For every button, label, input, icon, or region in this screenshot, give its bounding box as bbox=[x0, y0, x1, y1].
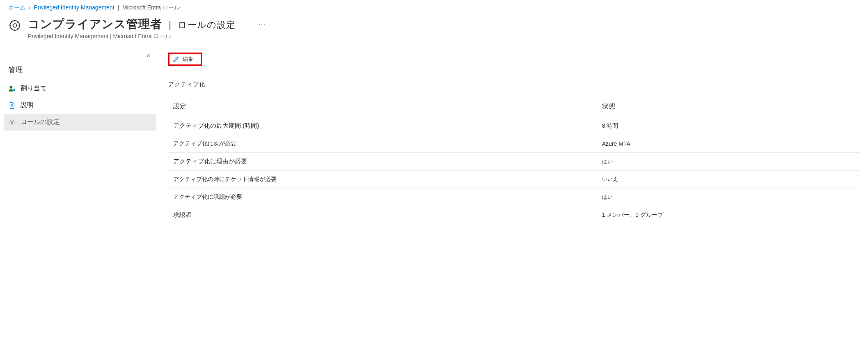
setting-label: アクティブ化の時にチケット情報が必要 bbox=[168, 171, 597, 188]
edit-button-label: 編集 bbox=[183, 55, 193, 63]
person-icon bbox=[8, 85, 16, 92]
gear-small-icon bbox=[8, 119, 16, 126]
edit-button[interactable]: 編集 bbox=[168, 53, 202, 66]
setting-value: はい bbox=[597, 153, 860, 171]
collapse-sidebar-button[interactable]: « bbox=[147, 52, 150, 59]
setting-label: アクティブ化に次が必要 bbox=[168, 135, 597, 153]
settings-table: 設定 状態 アクティブ化の最大期間 (時間)8 時間 アクティブ化に次が必要Az… bbox=[168, 98, 860, 224]
setting-value: Azure MFA bbox=[597, 135, 860, 153]
sidebar-item-description[interactable]: 説明 bbox=[4, 97, 156, 114]
title-separator: | bbox=[169, 19, 171, 30]
setting-label: 承認者 bbox=[168, 206, 597, 224]
sidebar-item-assignments[interactable]: 割り当て bbox=[4, 80, 156, 97]
main-content: 編集 アクティブ化 設定 状態 アクティブ化の最大期間 (時間)8 時間 アクテ… bbox=[156, 50, 868, 232]
table-row: アクティブ化に理由が必要はい bbox=[168, 153, 860, 171]
sidebar: « 管理 割り当て 説明 ロールの設定 bbox=[0, 50, 156, 232]
table-row: アクティブ化に次が必要Azure MFA bbox=[168, 135, 860, 153]
sidebar-section-heading: 管理 bbox=[4, 50, 146, 80]
setting-value: いいえ bbox=[597, 171, 860, 188]
section-title-activation: アクティブ化 bbox=[168, 81, 860, 88]
page-title: コンプライアンス管理者 bbox=[28, 16, 162, 32]
sidebar-item-label: 割り当て bbox=[21, 84, 47, 93]
breadcrumb: ホーム › Privileged Identity Management | M… bbox=[0, 0, 868, 14]
sidebar-item-label: 説明 bbox=[21, 101, 34, 110]
page-subtitle: Privileged Identity Management | Microso… bbox=[28, 33, 266, 40]
document-icon bbox=[8, 102, 16, 109]
pencil-icon bbox=[173, 56, 179, 62]
svg-point-1 bbox=[10, 21, 19, 30]
setting-value: はい bbox=[597, 188, 860, 206]
svg-point-4 bbox=[11, 121, 13, 123]
setting-value: 8 時間 bbox=[597, 117, 860, 135]
page-title-context: ロールの設定 bbox=[178, 19, 236, 31]
breadcrumb-current: Microsoft Entra ロール bbox=[122, 4, 180, 11]
sidebar-item-role-settings[interactable]: ロールの設定 bbox=[4, 114, 156, 131]
gear-icon bbox=[8, 19, 21, 32]
page-header: コンプライアンス管理者 | ロールの設定 ··· Privileged Iden… bbox=[0, 14, 868, 50]
toolbar: 編集 bbox=[168, 50, 860, 69]
setting-label: アクティブ化に承認が必要 bbox=[168, 188, 597, 206]
breadcrumb-pipe: | bbox=[117, 4, 119, 11]
breadcrumb-pim[interactable]: Privileged Identity Management bbox=[34, 4, 114, 11]
table-row: アクティブ化の最大期間 (時間)8 時間 bbox=[168, 117, 860, 135]
col-setting: 設定 bbox=[168, 98, 597, 117]
setting-label: アクティブ化の最大期間 (時間) bbox=[168, 117, 597, 135]
breadcrumb-separator: › bbox=[29, 4, 31, 11]
table-row: 承認者1 メンバー、0 グループ bbox=[168, 206, 860, 224]
breadcrumb-home[interactable]: ホーム bbox=[8, 4, 25, 11]
svg-point-0 bbox=[13, 24, 17, 28]
col-state: 状態 bbox=[597, 98, 860, 117]
svg-point-2 bbox=[9, 85, 12, 88]
sidebar-item-label: ロールの設定 bbox=[21, 118, 60, 126]
setting-value-approvers[interactable]: 1 メンバー、0 グループ bbox=[597, 206, 860, 224]
table-row: アクティブ化に承認が必要はい bbox=[168, 188, 860, 206]
more-actions-button[interactable]: ··· bbox=[259, 21, 266, 28]
setting-label: アクティブ化に理由が必要 bbox=[168, 153, 597, 171]
table-row: アクティブ化の時にチケット情報が必要いいえ bbox=[168, 171, 860, 188]
